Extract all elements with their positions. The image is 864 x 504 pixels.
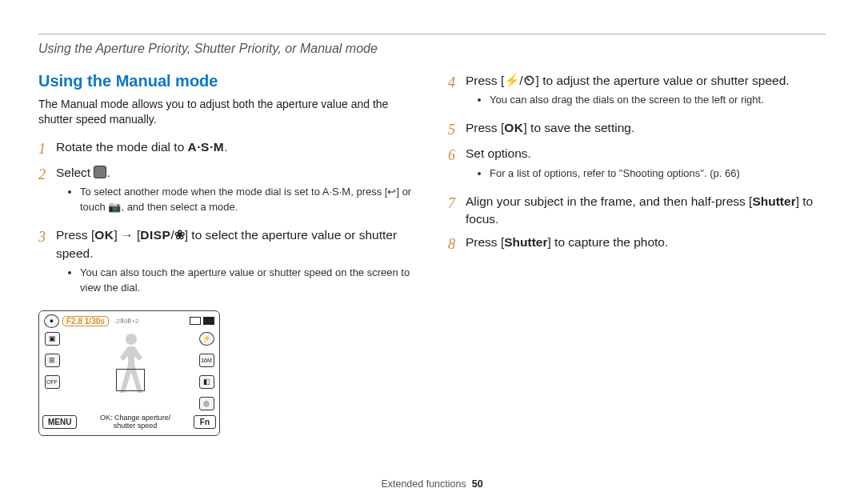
step-text: Align your subject in the frame, and the… <box>466 193 826 229</box>
step-number: 7 <box>448 193 466 229</box>
flash-glyph: ⚡ <box>504 74 519 87</box>
shutter-label: Shutter <box>752 194 795 208</box>
mode-glyph-asm: A·S·M <box>188 140 225 154</box>
step-number: 2 <box>38 164 56 222</box>
chapter-title: Using the Aperture Priority, Shutter Pri… <box>38 42 378 56</box>
step-text: Press [Shutter] to capture the photo. <box>466 234 826 254</box>
mode-select-icon <box>94 166 106 178</box>
timer-glyph: ⏲ <box>523 74 536 87</box>
fn-button: Fn <box>194 415 216 429</box>
lcd-preview: ● F2.8 1/30s -2 0 +2 ▣ ⊞ OFF <box>38 310 220 436</box>
step-number: 5 <box>448 119 466 140</box>
exposure-readout: F2.8 1/30s <box>62 316 109 326</box>
ok-glyph: OK <box>94 228 114 242</box>
af-box <box>116 369 145 391</box>
ok-glyph: OK <box>504 121 523 134</box>
shutter-label: Shutter <box>504 235 547 249</box>
left-icon: ⊞ <box>45 354 60 367</box>
right-icon: 16M <box>199 354 214 367</box>
right-icon: ⚡ <box>199 332 214 346</box>
left-icon: OFF <box>45 375 60 389</box>
right-icon: ◎ <box>199 397 214 410</box>
substep: For a list of options, refer to "Shootin… <box>490 166 826 182</box>
step-number: 8 <box>448 234 466 254</box>
right-column: 4 Press [⚡/⏲] to adjust the aperture val… <box>448 72 826 436</box>
page-footer: Extended functions 50 <box>0 478 864 490</box>
right-icon: ◧ <box>199 375 214 389</box>
left-icon: ▣ <box>45 332 60 346</box>
step-text: Set options. For a list of options, refe… <box>466 145 826 187</box>
macro-glyph: ❀ <box>174 228 185 242</box>
battery-icon <box>190 317 214 325</box>
lcd-caption: OK: Change aperture/ shutter speed <box>80 414 190 430</box>
substep: You can also drag the dials on the scree… <box>490 93 826 108</box>
step-text: Press [OK] to save the setting. <box>466 119 826 140</box>
step-text: Press [OK] → [DISP/❀] to select the aper… <box>56 226 416 302</box>
step-number: 1 <box>38 138 56 159</box>
disp-glyph: DISP <box>140 228 170 242</box>
step-number: 6 <box>448 145 466 187</box>
step-number: 3 <box>38 226 56 302</box>
menu-button: MENU <box>42 415 77 429</box>
step-text: Press [⚡/⏲] to adjust the aperture value… <box>466 72 826 114</box>
step-text: Select . To select another mode when the… <box>56 164 416 222</box>
step-number: 4 <box>448 72 466 114</box>
section-heading: Using the Manual mode <box>38 72 416 90</box>
mode-icon: ● <box>44 314 59 328</box>
intro-paragraph: The Manual mode allows you to adjust bot… <box>38 97 416 127</box>
substep: To select another mode when the mode dia… <box>80 185 416 215</box>
exposure-bar: -2 0 +2 <box>114 318 139 325</box>
substep: You can also touch the aperture value or… <box>80 266 416 296</box>
step-text: Rotate the mode dial to A·S·M. <box>56 138 416 159</box>
left-column: Using the Manual mode The Manual mode al… <box>38 72 416 436</box>
